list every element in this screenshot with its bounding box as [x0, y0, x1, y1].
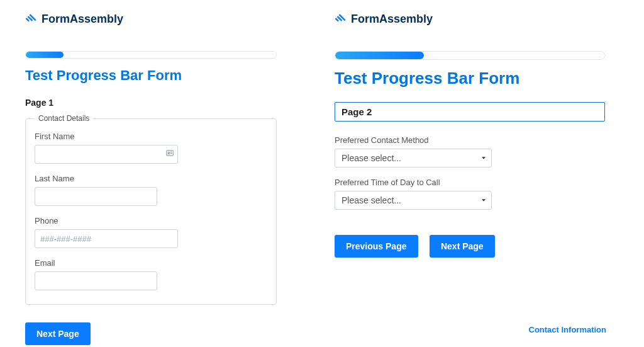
formassembly-icon	[335, 13, 347, 26]
formassembly-icon	[25, 13, 38, 26]
page1-panel: FormAssembly Test Progress Bar Form Page…	[0, 0, 322, 347]
brand-name: FormAssembly	[351, 13, 433, 26]
last-name-input[interactable]	[35, 187, 157, 206]
call-time-label: Preferred Time of Day to Call	[335, 178, 492, 187]
progress-fill	[26, 52, 64, 58]
progress-fill	[335, 52, 424, 59]
email-input[interactable]	[35, 271, 157, 290]
svg-rect-7	[338, 14, 345, 21]
call-time-select[interactable]: Please select...	[335, 191, 492, 210]
contact-method-select[interactable]: Please select...	[335, 149, 492, 168]
contact-details-group: Contact Details First Name Last Name	[25, 114, 277, 305]
next-page-button[interactable]: Next Page	[25, 322, 91, 345]
phone-block: Phone	[35, 216, 267, 248]
progress-bar	[335, 51, 605, 60]
contact-information-link[interactable]: Contact Information	[529, 325, 607, 334]
group-legend: Contact Details	[35, 114, 93, 123]
last-name-block: Last Name	[35, 174, 267, 206]
form-title: Test Progress Bar Form	[335, 69, 606, 88]
previous-page-button[interactable]: Previous Page	[335, 235, 418, 258]
phone-input[interactable]	[35, 229, 178, 248]
first-name-input[interactable]	[35, 145, 178, 164]
brand-name: FormAssembly	[42, 13, 123, 26]
last-name-label: Last Name	[35, 174, 267, 183]
page-label: Page 1	[25, 98, 284, 108]
nav-row: Previous Page Next Page	[335, 235, 606, 258]
email-label: Email	[35, 258, 267, 268]
page-label: Page 2	[341, 106, 372, 117]
page2-panel: FormAssembly Test Progress Bar Form Page…	[322, 0, 644, 347]
svg-rect-0	[29, 14, 36, 21]
contact-method-block: Preferred Contact Method Please select..…	[335, 135, 492, 168]
brand-logo: FormAssembly	[335, 13, 606, 26]
page-label-box: Page 2	[335, 102, 605, 122]
first-name-block: First Name	[35, 132, 267, 164]
email-block: Email	[35, 258, 267, 290]
first-name-label: First Name	[35, 132, 267, 141]
nav-row: Next Page	[25, 322, 284, 345]
contact-method-label: Preferred Contact Method	[335, 135, 492, 145]
next-page-button[interactable]: Next Page	[430, 235, 495, 258]
form-title: Test Progress Bar Form	[25, 67, 284, 84]
phone-label: Phone	[35, 216, 267, 225]
call-time-block: Preferred Time of Day to Call Please sel…	[335, 178, 492, 210]
brand-logo: FormAssembly	[25, 13, 284, 26]
progress-bar	[25, 51, 277, 59]
